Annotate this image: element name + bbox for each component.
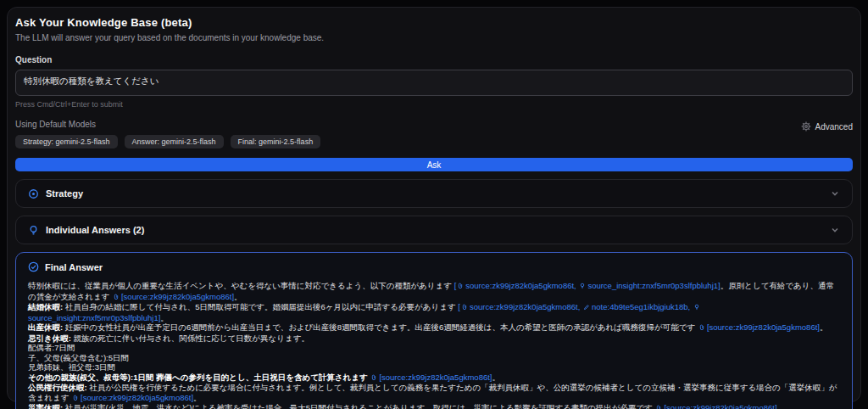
answer-paragraph: 忌引き休暇: 親族の死亡に伴い付与され、関係性に応じて日数が異なります。 [28,333,840,344]
paperclip-icon [457,282,464,291]
ask-button[interactable]: Ask [15,158,853,171]
paperclip-icon [113,293,120,302]
answer-paragraph: 配偶者:7日間 [28,343,840,353]
model-badge: Final: gemini-2.5-flash [231,135,321,148]
question-label: Question [15,55,853,64]
gear-icon [801,121,811,132]
paperclip-icon [655,404,662,409]
section-strategy-title: Strategy [46,188,830,199]
answer-paragraph: 結婚休暇: 社員自身の結婚に際して付与され、5日間取得可能です。婚姻届提出後6ヶ… [28,302,840,322]
advanced-toggle[interactable]: Advanced [801,121,853,132]
bulb-icon [693,303,700,312]
answer-term: 公民権行使休暇: [28,383,87,392]
answer-text: 。 [777,403,786,409]
answer-paragraph: 災害休暇: 社員が災害(火災、地震、洪水など)による被害を受けた場合、最大5日間… [28,403,840,409]
citation-link[interactable]: [source:zk99jz82k0ja5gkmo86t] [71,393,193,402]
paperclip-icon [461,303,468,312]
answer-text: 社員自身の結婚に際して付与され、5日間取得可能です。婚姻届提出後6ヶ月以内に申請… [63,302,458,311]
page-title: Ask Your Knowledge Base (beta) [15,16,853,29]
question-input[interactable]: 特別休暇の種類を教えてください [15,70,853,96]
section-individual-answers[interactable]: Individual Answers (2) [15,216,853,244]
answer-paragraph: 出産休暇: 妊娠中の女性社員が出産予定日の6週間前から出産当日まで、および出産後… [28,322,840,333]
models-left: Using Default Models Strategy: gemini-2.… [15,120,320,148]
answer-text: 親族の死亡に伴い付与され、関係性に応じて日数が異なります。 [71,333,309,343]
answer-text: 。 [160,313,169,322]
citation-link[interactable]: source:zk99jz82k0ja5gkmo86t [460,302,578,311]
citation-link[interactable]: [source:zk99jz82k0ja5gkmo86t] [698,322,820,332]
section-strategy[interactable]: Strategy [15,179,853,208]
answer-term: 災害休暇: [28,403,63,409]
advanced-label: Advanced [815,122,853,132]
answer-term: 出産休暇: [28,322,63,332]
paperclip-icon [698,323,705,333]
final-answer-header: Final Answer [28,261,840,272]
answer-text: 兄弟姉妹、祖父母:3日間 [28,362,115,372]
answer-paragraph: 特別休暇には、従業員が個人の重要な生活イベントや、やむを得ない事情に対応できるよ… [28,281,840,302]
citation-link[interactable]: [source:zk99jz82k0ja5gkmo86t] [370,373,492,382]
answer-paragraph: 公民権行使休暇: 社員が公民権を行使するために必要な場合に付与されます。例として… [28,383,840,403]
models-label: Using Default Models [15,120,320,129]
model-badges: Strategy: gemini-2.5-flashAnswer: gemini… [15,135,320,148]
model-badge: Answer: gemini-2.5-flash [125,135,224,148]
citation-link[interactable]: source:zk99jz82k0ja5gkmo86t [456,281,574,290]
final-answer-title: Final Answer [45,262,103,272]
answer-text: 社員が災害(火災、地震、洪水など)による被害を受けた場合、最大5日間付与されるこ… [63,403,654,409]
answer-text: 子、父母(義父母含む):5日間 [28,353,129,362]
final-answer-card: Final Answer 特別休暇には、従業員が個人の重要な生活イベントや、やむ… [15,252,853,409]
citation-link[interactable]: source_insight:znxf5mr0p3slfpbluhj1 [578,281,718,290]
chevron-down-icon[interactable] [830,188,840,199]
answer-term: その他の親族(叔父、叔母等):1日間 葬儀への参列を目的とし、土日祝日を含めて計… [28,373,370,382]
answer-text: 配偶者:7日間 [28,343,75,352]
paperclip-icon [72,394,79,403]
citation-link[interactable]: [source:zk99jz82k0ja5gkmo86t] [654,403,776,409]
page-subtitle: The LLM will answer your query based on … [15,33,853,42]
answer-text: 。 [193,393,202,402]
answer-text: 。 [234,292,242,301]
models-row: Using Default Models Strategy: gemini-2.… [15,120,853,148]
paperclip-icon [370,373,377,383]
citation-link[interactable]: [source:zk99jz82k0ja5gkmo86t] [112,292,234,301]
chevron-down-icon[interactable] [830,225,840,235]
note-icon [583,303,590,312]
final-answer-content: 特別休暇には、従業員が個人の重要な生活イベントや、やむを得ない事情に対応できるよ… [28,281,840,409]
answer-term: 結婚休暇: [28,302,63,311]
bulb-icon [579,282,586,291]
target-icon [28,188,39,199]
answer-text: 。 [492,373,500,382]
answer-paragraph: その他の親族(叔父、叔母等):1日間 葬儀への参列を目的とし、土日祝日を含めて計… [28,373,840,384]
citation-link[interactable]: note:4b9te5eg1ikbjgiuk18b [582,302,688,311]
section-individual-answers-title: Individual Answers (2) [46,225,830,235]
submit-hint: Press Cmd/Ctrl+Enter to submit [15,100,853,109]
model-badge: Strategy: gemini-2.5-flash [15,135,118,148]
answer-paragraph: 兄弟姉妹、祖父母:3日間 [28,362,840,373]
check-circle-icon [28,261,39,272]
answer-text: 妊娠中の女性社員が出産予定日の6週間前から出産当日まで、および出産後8週間取得で… [63,322,698,332]
answer-paragraph: 子、父母(義父母含む):5日間 [28,353,840,363]
answer-text: 特別休暇には、従業員が個人の重要な生活イベントや、やむを得ない事情に対応できるよ… [28,281,454,290]
ask-knowledge-base-panel: Ask Your Knowledge Base (beta) The LLM w… [7,7,861,402]
answer-term: 忌引き休暇: [28,333,71,343]
answer-text: 。 [820,322,828,332]
lightbulb-icon [28,225,39,236]
